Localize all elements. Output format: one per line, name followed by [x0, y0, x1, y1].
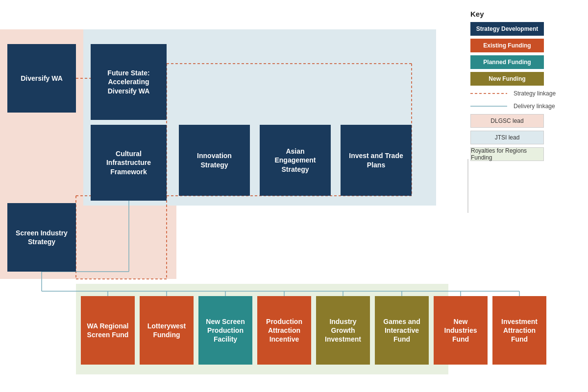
box-invest: Invest and Trade Plans — [341, 125, 412, 196]
box-asian: Asian Engagement Strategy — [260, 125, 331, 196]
key-box-strategy-development: Strategy Development — [470, 22, 544, 36]
key-item-existing: Existing Funding — [470, 39, 583, 52]
box-new-screen: New Screen Production Facility — [198, 296, 252, 365]
key-box-existing-funding: Existing Funding — [470, 39, 544, 52]
key-region-royalties: Royalties for Regions Funding — [470, 147, 583, 161]
box-investment: Investment Attraction Fund — [492, 296, 546, 365]
key-region-dlgsc-box: DLGSC lead — [470, 114, 544, 128]
box-games: Games and Interactive Fund — [375, 296, 429, 365]
key-title: Key — [470, 10, 583, 18]
key-box-new-funding: New Funding — [470, 72, 544, 86]
key-panel: Key Strategy Development Existing Fundin… — [470, 10, 583, 164]
key-item-strategy-dev: Strategy Development — [470, 22, 583, 36]
key-item-planned: Planned Funding — [470, 55, 583, 69]
box-innovation: Innovation Strategy — [179, 125, 250, 196]
box-industry: Industry Growth Investment — [316, 296, 370, 365]
key-region-jtsi: JTSI lead — [470, 131, 583, 144]
key-box-planned-funding: Planned Funding — [470, 55, 544, 69]
main-container: Diversify WA Future State: Accelerating … — [0, 0, 588, 392]
key-region-jtsi-box: JTSI lead — [470, 131, 544, 144]
box-future-state: Future State: Accelerating Diversify WA — [91, 44, 167, 120]
box-diversify-wa: Diversify WA — [7, 44, 76, 113]
key-region-royalties-box: Royalties for Regions Funding — [470, 147, 544, 161]
key-region-dlgsc: DLGSC lead — [470, 114, 583, 128]
box-screen-industry: Screen Industry Strategy — [7, 203, 76, 272]
key-item-new: New Funding — [470, 72, 583, 86]
box-wa-regional: WA Regional Screen Fund — [81, 296, 135, 365]
key-line-delivery: Delivery linkage — [470, 101, 583, 111]
box-new-industries: New Industries Fund — [434, 296, 488, 365]
box-cultural: Cultural Infrastructure Framework — [91, 125, 167, 201]
box-lotterywest: Lotterywest Funding — [140, 296, 194, 365]
key-line-strategy: Strategy linkage — [470, 89, 583, 98]
box-production: Production Attraction Incentive — [257, 296, 311, 365]
